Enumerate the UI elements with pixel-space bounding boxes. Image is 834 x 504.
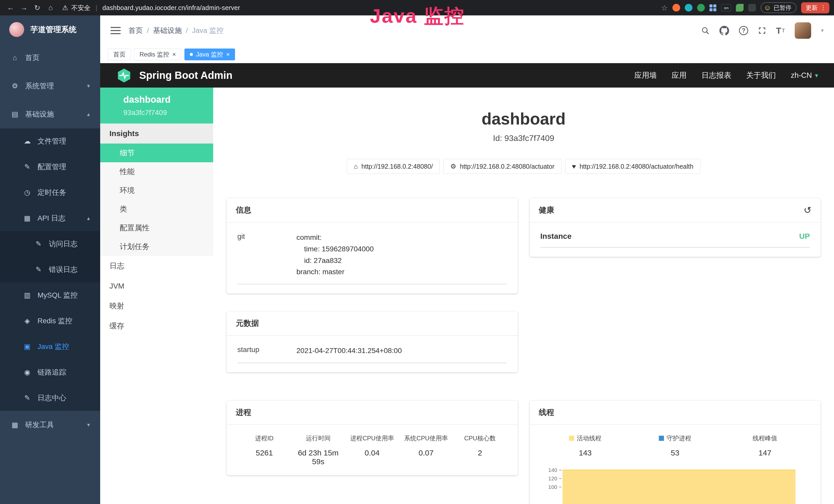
tools-icon: ▦	[10, 421, 20, 429]
breadcrumb-item: Java 监控	[192, 26, 224, 36]
extension-grid-icon[interactable]	[709, 4, 716, 11]
health-card-body: Instance UP	[530, 223, 821, 257]
sba-nav-link[interactable]: 日志报表	[701, 70, 731, 81]
infra-icon: ▤	[10, 110, 20, 118]
close-icon[interactable]: ×	[226, 51, 229, 58]
user-avatar[interactable]	[795, 22, 811, 39]
sba-sidebar-item[interactable]: 细节	[100, 143, 213, 162]
instance-link[interactable]: ⌂http://192.168.0.2:48080/	[347, 159, 440, 174]
sba-logo-icon[interactable]	[116, 68, 132, 84]
instance-link[interactable]: ⚙http://192.168.0.2:48080/actuator	[443, 159, 562, 174]
paused-badge[interactable]: ☺ 已暂停	[761, 2, 796, 13]
extension-drop-icon[interactable]	[685, 4, 693, 12]
info-value-line: time: 1596289704000	[297, 244, 507, 255]
stat-column: 运行时间6d 23h 15m 59s	[291, 434, 345, 466]
app-logo-row[interactable]: 芋道管理系统	[0, 16, 100, 44]
sba-sidebar-item[interactable]: JVM	[100, 276, 213, 296]
sidebar-menu-item[interactable]: ◈Redis 监控	[0, 308, 100, 334]
font-size-icon[interactable]: TT	[776, 26, 785, 36]
card-row-3: 进程 进程ID5261运行时间6d 23h 15m 59s进程CPU使用率0.0…	[226, 400, 821, 504]
page-tab-label: Redis 监控	[139, 50, 169, 59]
sba-nav-label: 日志报表	[701, 70, 731, 81]
sba-sidebar-item[interactable]: 类	[100, 200, 213, 219]
page-tab[interactable]: Java 监控×	[184, 48, 235, 60]
threads-stats: 活动线程143守护进程53线程峰值147	[541, 434, 810, 457]
home-icon: ⌂	[354, 162, 358, 170]
info-value-line: id: 27aa832	[297, 255, 507, 267]
sba-insight-list: 细节性能环境类配置属性计划任务	[100, 143, 213, 256]
history-icon[interactable]: ↺	[804, 206, 811, 215]
sidebar-menu-label: 错误日志	[49, 265, 78, 274]
close-icon[interactable]: ×	[172, 51, 176, 58]
extension-puzzle-icon[interactable]	[748, 4, 756, 12]
sidebar-menu-item[interactable]: ⚙系统管理▾	[0, 72, 100, 100]
sba-brand[interactable]: Spring Boot Admin	[139, 70, 233, 81]
app-logo	[9, 22, 24, 37]
fullscreen-icon[interactable]	[758, 26, 766, 35]
home-button[interactable]: ⌂	[45, 2, 57, 14]
page-tab[interactable]: 首页	[108, 48, 131, 60]
bookmark-star-icon[interactable]: ☆	[661, 3, 668, 12]
sidebar-menu-item[interactable]: ⌂首页	[0, 44, 100, 72]
extension-on-icon[interactable]: on	[721, 4, 731, 12]
instance-link[interactable]: ♥http://192.168.0.2:48080/actuator/healt…	[565, 159, 700, 174]
extension-green-icon[interactable]	[697, 4, 705, 12]
sba-nav-link[interactable]: 应用	[672, 70, 686, 81]
sba-nav-link[interactable]: 应用墙	[634, 70, 657, 81]
sidebar-menu-item[interactable]: ▦研发工具▾	[0, 411, 100, 439]
metadata-card: 元数据 startup 2021-04-27T00:44:31.254+08:0…	[226, 312, 518, 372]
chevron-down-icon[interactable]: ▾	[821, 27, 824, 34]
sidebar-menu-label: 文件管理	[38, 136, 66, 146]
search-icon[interactable]	[701, 26, 710, 35]
sba-sidebar-item[interactable]: 映射	[100, 296, 213, 316]
collapse-menu-icon[interactable]	[110, 27, 121, 34]
stat-label: 进程CPU使用率	[350, 434, 394, 442]
sba-app-header[interactable]: dashboard 93a3fc7f7409	[100, 88, 213, 123]
page-tab[interactable]: Redis 监控×	[134, 48, 181, 60]
extension-fox-icon[interactable]	[673, 4, 680, 12]
extension-leaf-icon[interactable]	[736, 4, 744, 12]
sidebar-menu-item[interactable]: ▣Java 监控	[0, 334, 100, 360]
chart-ytick-mark	[559, 470, 562, 471]
chart-ytick-label: 140	[548, 467, 557, 473]
sba-sidebar-item[interactable]: 环境	[100, 181, 213, 200]
sba-sidebar-item[interactable]: 计划任务	[100, 237, 213, 256]
sba-sidebar: dashboard 93a3fc7f7409 Insights 细节性能环境类配…	[100, 88, 213, 504]
update-button[interactable]: 更新 ⋮	[801, 2, 829, 13]
sidebar-menu-item[interactable]: ✎配置管理	[0, 154, 100, 180]
sba-sidebar-item[interactable]: 配置属性	[100, 219, 213, 237]
sidebar-menu-item[interactable]: ☁文件管理	[0, 129, 100, 154]
sba-sidebar-item[interactable]: 日志	[100, 256, 213, 276]
stat-column: 进程ID5261	[237, 434, 291, 466]
address-bar[interactable]: ⚠ 不安全 | dashboard.yudao.iocoder.cn/infra…	[62, 4, 240, 12]
threads-card-title: 线程	[539, 407, 554, 418]
sidebar-menu-item[interactable]: ▥MySQL 监控	[0, 282, 100, 308]
help-icon[interactable]: ?	[739, 26, 748, 35]
forward-button[interactable]: →	[18, 2, 30, 14]
sba-nav-label: zh-CN	[791, 71, 812, 79]
url-separator: |	[95, 4, 97, 12]
breadcrumb-item[interactable]: 首页	[128, 26, 143, 36]
sba-nav-link[interactable]: 关于我们	[746, 70, 776, 81]
sidebar-menu-item[interactable]: ▤基础设施▴	[0, 100, 100, 129]
sba-sidebar-item[interactable]: 缓存	[100, 316, 213, 336]
reload-button[interactable]: ↻	[31, 2, 43, 14]
sidebar-menu-item[interactable]: ◷定时任务	[0, 180, 100, 205]
sidebar-menu-item[interactable]: ▦API 日志▴	[0, 205, 100, 231]
breadcrumb-item[interactable]: 基础设施	[153, 26, 182, 36]
chart-ytick-mark	[559, 487, 562, 487]
sidebar-menu-label: MySQL 监控	[38, 290, 78, 300]
sidebar-menu-item[interactable]: ✎访问日志	[0, 231, 100, 257]
url-text: dashboard.yudao.iocoder.cn/infra/admin-s…	[103, 4, 240, 12]
paused-label: 已暂停	[774, 4, 791, 12]
sba-sidebar-item[interactable]: 性能	[100, 162, 213, 181]
github-icon[interactable]	[720, 26, 729, 36]
sidebar-menu-item[interactable]: ✎日志中心	[0, 385, 100, 411]
sidebar-menu-item[interactable]: ◉链路追踪	[0, 360, 100, 385]
sidebar-menu-item[interactable]: ✎错误日志	[0, 257, 100, 282]
sidebar-menu-label: Java 监控	[38, 342, 69, 351]
back-button[interactable]: ←	[5, 2, 17, 14]
sba-body: dashboard 93a3fc7f7409 Insights 细节性能环境类配…	[100, 88, 834, 504]
sba-nav-link[interactable]: zh-CN▾	[791, 71, 818, 79]
process-card-body: 进程ID5261运行时间6d 23h 15m 59s进程CPU使用率0.04系统…	[226, 425, 518, 475]
